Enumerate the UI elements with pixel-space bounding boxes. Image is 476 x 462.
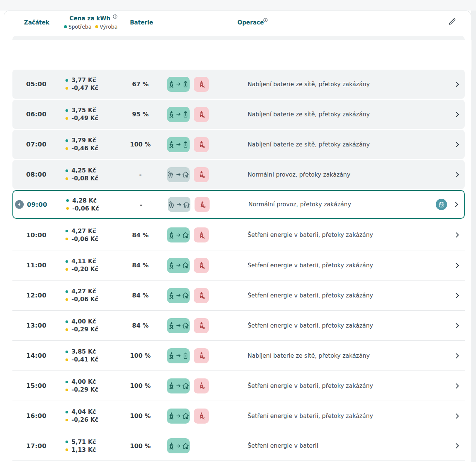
export-blocked-badge xyxy=(194,288,209,303)
row-start-time: 13:00 xyxy=(12,322,60,329)
pylon-crossed-icon xyxy=(198,352,205,360)
consumption-price: 5,71 Kč xyxy=(65,439,120,445)
production-price: -0,49 Kč xyxy=(65,115,120,122)
chevron-right-icon[interactable] xyxy=(453,382,461,390)
row-actions xyxy=(429,171,465,178)
production-dot-icon xyxy=(65,419,68,421)
row-actions xyxy=(429,352,465,360)
production-dot-icon xyxy=(65,358,68,361)
power-pylon-icon xyxy=(167,110,175,118)
column-header-price: Cena za kWh xyxy=(64,15,116,22)
table-row[interactable]: 05:00 3,77 Kč -0,47 Kč 67 % Nabíjení bat… xyxy=(12,70,465,99)
pylon-crossed-icon xyxy=(198,382,205,390)
chevron-right-icon[interactable] xyxy=(453,111,461,118)
table-row[interactable]: 12:00 4,27 Kč -0,06 Kč 84 % Šetření ener… xyxy=(12,280,465,310)
row-start-time: 07:00 xyxy=(12,141,60,148)
solar-panel-icon xyxy=(168,201,176,209)
mode-badges xyxy=(161,348,233,363)
consumption-value: 3,77 Kč xyxy=(71,77,96,84)
production-dot-icon xyxy=(65,448,68,451)
energy-flow-badge xyxy=(167,107,190,122)
chevron-right-icon[interactable] xyxy=(453,201,460,208)
export-blocked-badge xyxy=(194,318,209,333)
table-row[interactable]: 10:00 4,27 Kč -0,06 Kč 84 % Šetření ener… xyxy=(12,220,465,250)
table-row[interactable]: 07:00 3,79 Kč -0,46 Kč 100 % Nabíjení ba… xyxy=(12,130,465,159)
chevron-right-icon[interactable] xyxy=(453,171,461,178)
consumption-value: 4,28 Kč xyxy=(72,197,97,204)
row-price-cell: 4,00 Kč -0,29 Kč xyxy=(60,378,120,393)
consumption-value: 5,71 Kč xyxy=(71,439,96,445)
battery-level: 67 % xyxy=(120,81,161,88)
production-price: -0,20 Kč xyxy=(65,266,120,273)
production-price: -0,06 Kč xyxy=(65,296,120,303)
row-start-time: 08:00 xyxy=(12,171,60,178)
row-start-time: 17:00 xyxy=(12,442,60,450)
house-icon xyxy=(182,442,190,450)
table-row[interactable]: 13:00 4,00 Kč -0,29 Kč 84 % Šetření ener… xyxy=(12,310,465,340)
chevron-right-icon[interactable] xyxy=(453,322,461,329)
production-price: -0,46 Kč xyxy=(65,145,120,152)
energy-flow-badge xyxy=(167,77,190,92)
row-start-time: 05:00 xyxy=(12,81,60,88)
energy-flow-badge xyxy=(167,227,190,242)
arrow-right-icon xyxy=(176,142,181,147)
chevron-right-icon[interactable] xyxy=(453,81,461,88)
consumption-dot-icon xyxy=(65,79,68,82)
chevron-right-icon[interactable] xyxy=(453,292,461,299)
chevron-right-icon[interactable] xyxy=(453,231,461,239)
info-icon[interactable] xyxy=(113,14,118,19)
power-pylon-icon xyxy=(167,352,175,360)
table-row[interactable]: 17:00 5,71 Kč 1,13 Kč 100 % Šetření ener… xyxy=(12,431,465,461)
row-price-cell: 5,71 Kč 1,13 Kč xyxy=(60,439,120,453)
pylon-crossed-icon xyxy=(198,322,205,329)
production-dot-icon xyxy=(65,87,68,90)
power-pylon-icon xyxy=(167,140,175,148)
production-price: -0,29 Kč xyxy=(65,386,120,393)
mode-badges xyxy=(161,438,233,453)
operation-text: Nabíjení baterie ze sítě, přetoky zakázá… xyxy=(233,81,429,88)
operation-text: Nabíjení baterie ze sítě, přetoky zakázá… xyxy=(233,141,429,148)
production-value: -0,20 Kč xyxy=(71,266,98,273)
consumption-dot-icon xyxy=(65,109,68,112)
pylon-crossed-icon xyxy=(198,140,205,148)
row-price-cell: 3,85 Kč -0,41 Kč xyxy=(60,348,120,363)
energy-flow-badge xyxy=(167,258,190,273)
pylon-crossed-icon xyxy=(198,80,205,88)
table-row[interactable]: 15:00 4,00 Kč -0,29 Kč 100 % Šetření ene… xyxy=(12,371,465,401)
arrow-right-icon xyxy=(176,383,181,389)
info-icon[interactable] xyxy=(263,17,268,22)
consumption-dot-icon xyxy=(66,199,69,202)
calendar-edit-icon[interactable] xyxy=(436,199,447,210)
table-row[interactable]: 11:00 4,11 Kč -0,20 Kč 84 % Šetření ener… xyxy=(12,250,465,280)
battery-level: 84 % xyxy=(120,262,161,269)
row-price-cell: 3,77 Kč -0,47 Kč xyxy=(60,77,120,91)
row-start-time: 12:00 xyxy=(12,292,60,299)
chevron-right-icon[interactable] xyxy=(453,262,461,269)
table-row[interactable]: 16:00 4,04 Kč -0,26 Kč 100 % Šetření ene… xyxy=(12,401,465,431)
consumption-price: 4,00 Kč xyxy=(65,378,120,385)
arrow-right-icon xyxy=(176,443,181,449)
chevron-right-icon[interactable] xyxy=(453,412,461,420)
table-row[interactable]: 06:00 3,75 Kč -0,49 Kč 95 % Nabíjení bat… xyxy=(12,100,465,129)
consumption-value: 3,85 Kč xyxy=(71,348,96,355)
chevron-right-icon[interactable] xyxy=(453,141,461,148)
row-actions xyxy=(429,382,465,390)
pylon-crossed-icon xyxy=(198,231,205,239)
chevron-right-icon[interactable] xyxy=(453,442,461,450)
mode-badges xyxy=(162,197,233,212)
export-blocked-badge xyxy=(194,167,209,182)
power-pylon-icon xyxy=(167,261,175,269)
consumption-price: 4,00 Kč xyxy=(65,318,120,325)
table-header: Začátek Cena za kWh SpotřebaVýroba Bater… xyxy=(4,11,471,39)
power-pylon-icon xyxy=(167,412,175,420)
battery-icon xyxy=(182,80,189,88)
operation-text: Nabíjení baterie ze sítě, přetoky zakázá… xyxy=(233,111,429,118)
table-row[interactable]: 08:00 4,25 Kč -0,08 Kč - Normální provoz… xyxy=(12,160,465,189)
edit-schedule-button[interactable] xyxy=(447,16,458,27)
table-row[interactable]: 09:00 4,28 Kč -0,06 Kč - Normální provoz… xyxy=(12,190,465,219)
consumption-value: 4,11 Kč xyxy=(71,258,96,265)
production-price: -0,47 Kč xyxy=(65,85,120,91)
schedule-page: Začátek Cena za kWh SpotřebaVýroba Bater… xyxy=(0,0,476,462)
table-row[interactable]: 14:00 3,85 Kč -0,41 Kč 100 % Nabíjení ba… xyxy=(12,340,465,371)
chevron-right-icon[interactable] xyxy=(453,352,461,360)
